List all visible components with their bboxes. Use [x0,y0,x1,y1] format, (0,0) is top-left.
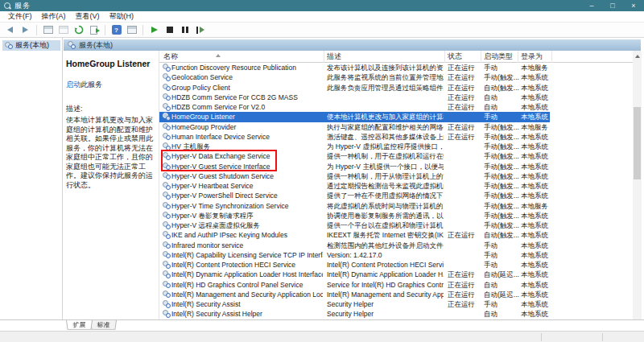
service-icon [163,93,171,101]
table-row[interactable]: Hyper-V Guest Service Interface 为 Hyper-… [159,162,550,171]
table-row[interactable]: Hyper-V 远程桌面虚拟化服务 提供一个平台以在虚拟机和物理计算机上... … [159,220,550,230]
pause-service-button[interactable] [179,24,191,35]
table-row[interactable]: Group Policy Client 此服务负责应用管理员通过组策略组件为..… [159,83,550,93]
cell-name: Function Discovery Resource Publication [171,63,323,72]
menu-file[interactable]: 文件(F) [3,11,37,22]
cell-status: 正在运行 [448,63,483,72]
table-row[interactable]: Intel(R) Security Assist Security Helper… [159,299,550,309]
table-row[interactable]: Hyper-V Heartbeat Service 通过定期报告检测信号来监视此… [159,181,550,191]
cell-name: Hyper-V 卷影复制请求程序 [171,211,323,220]
menu-view[interactable]: 查看(V) [71,11,105,22]
table-row[interactable]: Geolocation Service 此服务将监视系统的当前位置并管理地理..… [159,72,550,82]
cell-status [448,181,483,191]
cell-logon-as: 本地系统 [521,181,551,191]
service-icon [163,182,171,190]
table-row[interactable]: Function Discovery Resource Publication … [159,63,550,72]
cell-startup-type: 手动(触发... [484,201,519,211]
table-row[interactable]: Hyper-V Guest Shutdown Service 提供一种机制，用于… [159,171,550,181]
service-icon [163,73,171,81]
cell-name: HDZB Comm Service For CCB 2G MASS [171,93,323,102]
cell-logon-as: 本地系统 [521,299,551,309]
table-row[interactable]: HomeGroup Listener 使本地计算机更改与加入家庭组的计算机...… [159,112,550,122]
column-header-startup-type[interactable]: 启动类型 [481,51,518,63]
table-row[interactable]: HomeGroup Provider 执行与家庭组的配置和维护相关的网络任...… [159,122,550,132]
maximize-button[interactable]: □ [602,0,623,11]
table-row[interactable]: HDZB Comm Service For V2.0 正在运行 自动 本地系统 [159,102,550,112]
column-header-status[interactable]: 状态 [445,51,481,63]
table-row[interactable]: HV 主机服务 为 Hyper-V 虚拟机监控程序提供接口，以... 手动(触发… [159,142,550,151]
cell-description: 此服务负责应用管理员通过组策略组件为... [327,83,444,93]
cell-name: Geolocation Service [171,72,323,82]
table-row[interactable]: Hyper-V Data Exchange Service 提供一种机制，用于在… [159,151,550,161]
cell-status [448,241,483,250]
properties-button[interactable] [57,24,69,35]
cell-description: 此服务将监视系统的当前位置并管理地理... [327,72,444,82]
restart-service-button[interactable] [194,24,206,35]
cell-startup-type: 自动 [484,280,519,290]
stop-service-icon [167,27,173,33]
back-button[interactable] [4,24,16,35]
column-header-description[interactable]: 描述 [324,51,445,63]
tab-extended[interactable]: 扩展 [66,320,93,330]
cell-name: HomeGroup Listener [171,112,323,122]
cell-startup-type: 自动 [484,309,519,319]
service-icon [163,221,171,229]
menu-help[interactable]: 帮助(H) [105,11,139,22]
show-console-tree-button[interactable] [42,24,54,35]
scrollbar-thumb[interactable] [634,107,641,179]
start-service-button[interactable] [148,24,160,35]
table-row[interactable]: Intel(R) Security Assist Helper Security… [159,309,550,319]
table-row[interactable]: HDZB Comm Service For CCB 2G MASS 正在运行 自… [159,93,550,102]
table-row[interactable]: Human Interface Device Service 激活键盘、遥控器和… [159,132,550,142]
cell-description: 通过定期报告检测信号来监视此虚拟机的... [327,181,444,191]
table-row[interactable]: Intel(R) HD Graphics Control Panel Servi… [159,280,550,290]
cell-startup-type: 手动 [484,260,519,270]
tab-standard[interactable]: 标准 [90,320,117,330]
stop-service-button[interactable] [163,24,175,35]
export-list-button[interactable] [88,24,100,35]
forward-button[interactable] [19,24,31,35]
minimize-button[interactable]: – [581,0,602,11]
cell-name: Intel(R) Content Protection HECI Service [171,260,323,270]
table-row[interactable]: Intel(R) Content Protection HECI Service… [159,260,550,270]
table-row[interactable]: Intel(R) Dynamic Application Loader Host… [159,270,550,279]
cell-description: 检测范围内的其他红外设备并启动文件传... [327,241,444,250]
table-row[interactable]: IKE and AuthIP IPsec Keying Modules IKEE… [159,230,550,240]
cell-status [448,260,483,270]
table-row[interactable]: Intel(R) Capability Licensing Service TC… [159,250,550,260]
tree-item-services-local[interactable]: 服务(本地) [2,40,60,51]
cell-logon-as: 本地系统 [521,230,551,240]
cell-startup-type: 手动(触发... [484,171,519,181]
table-row[interactable]: Hyper-V 卷影复制请求程序 协调使用卷影复制服务所需的通讯，以从... 手… [159,211,550,220]
service-icon [163,290,171,299]
cell-status [448,151,483,161]
cell-status [448,112,483,122]
service-icon [163,241,171,249]
service-icon [163,202,171,210]
table-row[interactable]: Infrared monitor service 检测范围内的其他红外设备并启动… [159,241,550,250]
menu-action[interactable]: 操作(A) [37,11,71,22]
close-button[interactable]: × [623,0,644,11]
start-service-link[interactable]: 启动 [66,80,80,89]
column-header-name[interactable]: 名称 [161,51,324,63]
table-row[interactable]: Hyper-V Time Synchronization Service 将此虚… [159,201,550,211]
cell-startup-type: 手动 [484,299,519,309]
cell-description: Security Helper [327,309,444,319]
refresh-button[interactable] [72,24,85,35]
vertical-scrollbar[interactable] [633,51,642,331]
service-icon [163,133,171,141]
cell-logon-as: 本地系统 [521,112,551,122]
show-action-pane-button[interactable] [126,24,138,35]
cell-status: 正在运行 [448,102,483,112]
table-row[interactable]: Intel(R) Management and Security Applica… [159,290,550,299]
cell-logon-as: 本地系统 [521,72,551,82]
column-header-logon-as[interactable]: 登录为 [518,51,552,63]
cell-logon-as: 本地服务 [521,122,551,132]
services-app-icon [4,2,11,10]
cell-status [448,250,483,260]
cell-startup-type: 自动(延迟... [484,270,519,279]
help-button[interactable]: ? [110,24,122,35]
table-row[interactable]: Hyper-V PowerShell Direct Service 提供了一种在… [159,191,550,200]
scroll-up-button[interactable] [633,51,642,61]
start-service-suffix: 此服务 [80,80,102,89]
